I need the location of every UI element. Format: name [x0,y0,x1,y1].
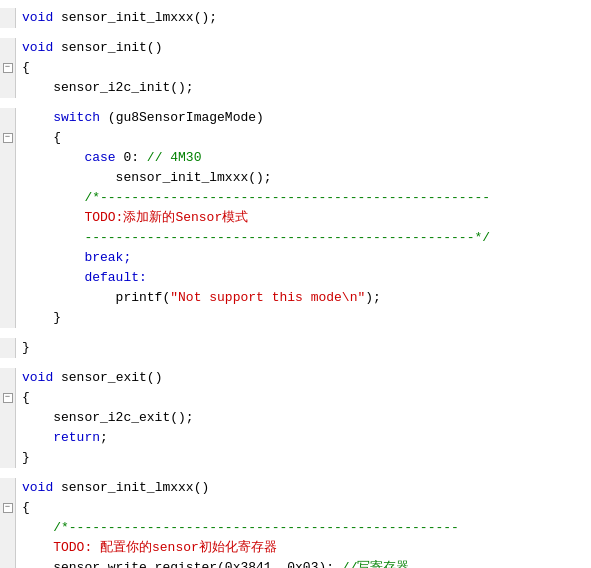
line-content: default: [16,268,591,288]
normal-token: sensor_i2c_init(); [22,80,194,95]
code-line: TODO:添加新的Sensor模式 [0,208,591,228]
gutter-empty [0,518,16,538]
kw-token: void [22,10,53,25]
line-content: { [16,388,591,408]
code-line: } [0,308,591,328]
gutter-empty [0,188,16,208]
code-line: break; [0,248,591,268]
line-content: sensor_i2c_exit(); [16,408,591,428]
code-line: case 0: // 4M30 [0,148,591,168]
normal-token [22,150,84,165]
normal-token: 0: [116,150,147,165]
line-content: switch (gu8SensorImageMode) [16,108,591,128]
line-content: sensor_i2c_init(); [16,78,591,98]
normal-token: sensor_exit() [53,370,162,385]
line-content: void sensor_init() [16,38,591,58]
code-line: /*--------------------------------------… [0,188,591,208]
gutter-empty [0,38,16,58]
code-line: sensor_i2c_init(); [0,78,591,98]
kw-token: void [22,480,53,495]
comment-token: //写寄存器 [342,560,410,568]
kw-token: return [53,430,100,445]
normal-token: sensor_write_register(0x3841, 0x03); [22,560,342,568]
normal-token: sensor_init_lmxxx(); [53,10,217,25]
normal-token: } [22,340,30,355]
kw-token: void [22,40,53,55]
str-token: "Not support this mode\n" [170,290,365,305]
code-line: −{ [0,498,591,518]
code-line: ----------------------------------------… [0,228,591,248]
fold-icon[interactable]: − [3,63,13,73]
normal-token: (gu8SensorImageMode) [100,110,264,125]
line-content: { [16,58,591,78]
code-line: void sensor_init_lmxxx() [0,478,591,498]
code-line: } [0,448,591,468]
line-content: /*--------------------------------------… [16,518,591,538]
fold-icon[interactable]: − [3,503,13,513]
line-content: break; [16,248,591,268]
code-line: void sensor_exit() [0,368,591,388]
code-line: TODO: 配置你的sensor初始化寄存器 [0,538,591,558]
gutter-empty [0,408,16,428]
code-line: } [0,338,591,358]
gutter-empty [0,148,16,168]
normal-token: { [22,390,30,405]
code-line: default: [0,268,591,288]
gutter-empty [0,428,16,448]
kw-token: default: [22,270,147,285]
gutter-empty [0,308,16,328]
line-content: { [16,128,591,148]
normal-token: { [22,60,30,75]
fold-icon[interactable]: − [3,393,13,403]
normal-token: printf( [22,290,170,305]
code-line: sensor_init_lmxxx(); [0,168,591,188]
code-line: switch (gu8SensorImageMode) [0,108,591,128]
normal-token: } [22,450,30,465]
code-line: −{ [0,58,591,78]
gutter-empty [0,78,16,98]
line-content: TODO:添加新的Sensor模式 [16,208,591,228]
normal-token: { [22,500,30,515]
line-content: return; [16,428,591,448]
line-content: /*--------------------------------------… [16,188,591,208]
blank-line [0,468,591,478]
line-content: } [16,448,591,468]
comment-token: ----------------------------------------… [22,230,490,245]
line-content: } [16,338,591,358]
normal-token: ); [365,290,381,305]
gutter-empty [0,108,16,128]
code-line: printf("Not support this mode\n"); [0,288,591,308]
blank-line [0,98,591,108]
normal-token: sensor_init_lmxxx(); [22,170,272,185]
normal-token: } [22,310,61,325]
fold-icon[interactable]: − [3,133,13,143]
gutter-empty [0,208,16,228]
line-content: ----------------------------------------… [16,228,591,248]
gutter-empty [0,338,16,358]
gutter-empty [0,168,16,188]
gutter-empty [0,478,16,498]
line-content: TODO: 配置你的sensor初始化寄存器 [16,538,591,558]
gutter-empty [0,288,16,308]
line-content: void sensor_init_lmxxx(); [16,8,591,28]
blank-line [0,328,591,338]
gutter-empty [0,248,16,268]
line-content: printf("Not support this mode\n"); [16,288,591,308]
code-line: /*--------------------------------------… [0,518,591,538]
line-content: case 0: // 4M30 [16,148,591,168]
line-content: sensor_write_register(0x3841, 0x03); //写… [16,558,591,568]
comment-token: /*--------------------------------------… [22,520,459,535]
blank-line [0,358,591,368]
gutter-empty [0,268,16,288]
kw-token: void [22,370,53,385]
blank-line [0,28,591,38]
code-line: − { [0,128,591,148]
code-line: void sensor_init() [0,38,591,58]
gutter-empty [0,558,16,568]
line-content: void sensor_init_lmxxx() [16,478,591,498]
todo-token: TODO: 配置你的sensor初始化寄存器 [22,540,277,555]
code-editor: void sensor_init_lmxxx();void sensor_ini… [0,0,591,568]
gutter-empty [0,228,16,248]
gutter-empty [0,448,16,468]
normal-token: ; [100,430,108,445]
